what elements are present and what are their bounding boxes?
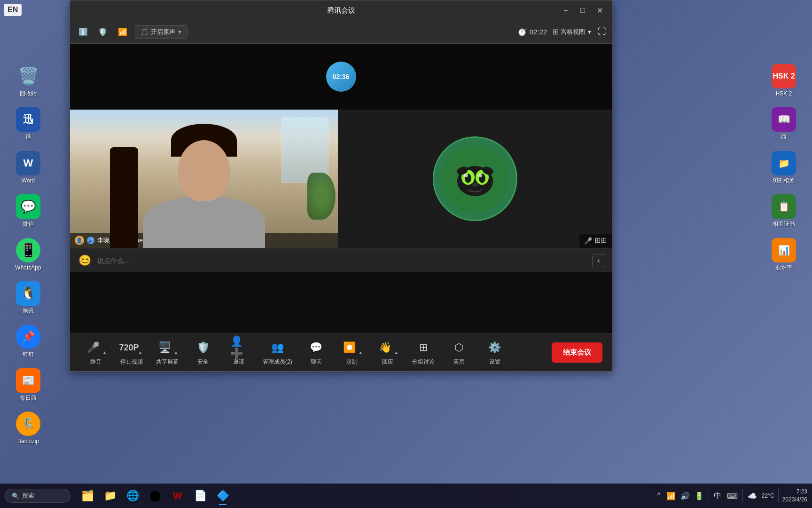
desktop-icon-bandizip[interactable]: 🗜️ Bandizip (7, 409, 49, 447)
record-label: 录制 (346, 358, 358, 366)
chat-tool-icon: 💬 (308, 339, 325, 356)
security-tool[interactable]: 🛡️ 安全 (187, 336, 219, 369)
desktop-icon-tencent[interactable]: 🐧 腾讯 (7, 278, 49, 317)
file-explorer-icon: 🗂️ (81, 490, 94, 502)
taskbar-wps[interactable]: W (167, 485, 188, 506)
desktop-icon-xunlei[interactable]: 迅 迅 (7, 104, 49, 143)
video-tool-icon: 720P (121, 339, 138, 356)
video-arrow[interactable]: ▲ (138, 350, 143, 355)
emoji-button[interactable]: 😊 (77, 253, 93, 269)
react-label: 回应 (382, 358, 393, 366)
chat-expand-button[interactable]: ‹ (592, 254, 605, 267)
close-button[interactable]: ✕ (593, 4, 606, 17)
desktop-icon-level[interactable]: 📊 业水平 (763, 235, 805, 274)
battery-icon[interactable]: 🔋 (694, 491, 705, 501)
members-tool[interactable]: 👥 管理成员(2) (258, 336, 297, 369)
desktop-icon-class9[interactable]: 📁 9班 相关 (763, 148, 805, 187)
group-label: 分组讨论 (412, 358, 435, 366)
mic-label: 静音 (90, 358, 102, 366)
chat-label: 聊天 (311, 358, 322, 366)
desktop-icon-whatsapp[interactable]: 📱 WhatsApp (7, 235, 49, 274)
invite-tool[interactable]: 👤➕ 邀请 (222, 336, 255, 369)
apps-tool[interactable]: ⬡ 应用 (443, 336, 476, 369)
bottom-tools-left: 🎤 ▲ 静音 720P ▲ 停止视频 🖥️ (79, 336, 511, 369)
timer-bubble: 02:36 (326, 62, 356, 92)
video-panels: 👤 🎤 李晓雪LIXiaoxue (70, 110, 612, 248)
share-arrow[interactable]: ▲ (174, 350, 179, 355)
chat-bar: 😊 ‹ (70, 248, 612, 272)
mic-arrow[interactable]: ▲ (102, 350, 107, 355)
taskbar-clock[interactable]: 7:23 2023/4/26 (782, 488, 807, 504)
invite-label: 邀请 (233, 358, 244, 366)
fullscreen-button[interactable]: ⛶ (598, 27, 606, 37)
desktop-icon-xi[interactable]: 📖 西 (763, 104, 805, 143)
group-tool-icon: ⊞ (415, 339, 432, 356)
members-tool-icon: 👥 (269, 339, 286, 356)
desktop-icon-cert[interactable]: 📋 相关证书 (763, 191, 805, 230)
taskbar-pdf[interactable]: 📄 (190, 485, 211, 506)
desktop-icon-word[interactable]: W Word (7, 148, 49, 187)
host-icon: 👤 (75, 236, 84, 245)
system-tray: 📶 🔊 🔋 (665, 491, 705, 501)
network-icon[interactable]: 📶 (665, 491, 677, 501)
meeting-app-icon: 🔷 (217, 490, 229, 502)
taskbar-chrome[interactable]: ⬤ (145, 485, 165, 506)
taskbar-file-explorer[interactable]: 🗂️ (77, 485, 98, 506)
shield-button[interactable]: 🛡️ (95, 24, 110, 40)
folder-icon: 📁 (104, 490, 117, 502)
info-button[interactable]: ℹ️ (76, 24, 91, 40)
timer-value: 02:22 (530, 28, 547, 36)
mic-tool-icon: 🎤 (85, 339, 102, 356)
volume-icon[interactable]: 🔊 (679, 491, 691, 501)
title-bar: 腾讯会议 － □ ✕ (70, 0, 612, 20)
window-controls: － □ ✕ (559, 4, 606, 17)
apps-label: 应用 (453, 358, 465, 366)
timer-display: ⏱️ 02:22 (517, 27, 547, 36)
desktop-icons-left: 🗑️ 回收站 迅 迅 W Word 💬 微信 📱 WhatsApp (0, 0, 56, 508)
svg-point-6 (464, 174, 468, 177)
taskbar-search[interactable]: 🔍 搜索 (5, 489, 70, 503)
chat-input[interactable] (97, 253, 587, 269)
avatar-circle (433, 136, 517, 221)
desktop-icon-recycle[interactable]: 🗑️ 回收站 (7, 61, 49, 100)
taskbar-meeting[interactable]: 🔷 (212, 485, 233, 506)
signal-button[interactable]: 📶 (115, 24, 130, 40)
security-tool-icon: 🛡️ (195, 339, 211, 356)
tray-arrow[interactable]: ^ (656, 491, 662, 501)
taskbar-folder[interactable]: 📁 (100, 485, 120, 506)
taskbar-apps: 🗂️ 📁 🌐 ⬤ W 📄 🔷 (77, 485, 233, 506)
edge-icon: 🌐 (126, 490, 139, 502)
temperature-display: ☁️ (747, 491, 758, 501)
layout-tray[interactable]: ⌨ (726, 491, 739, 501)
mic-tool[interactable]: 🎤 ▲ 静音 (79, 336, 112, 369)
chat-tool[interactable]: 💬 聊天 (300, 336, 333, 369)
settings-tool[interactable]: ⚙️ 设置 (478, 336, 511, 369)
desktop-icon-dingding[interactable]: 📌 钉钉 (7, 322, 49, 360)
share-tool[interactable]: 🖥️ ▲ 共享屏幕 (151, 336, 184, 369)
record-tool[interactable]: ⏺️ ▲ 录制 (336, 336, 368, 369)
ime-tray[interactable]: 中 (713, 490, 722, 502)
bottom-black-area (70, 272, 612, 333)
desktop-icon-hsk[interactable]: HSK 2 HSK 2 (763, 61, 805, 100)
react-tool[interactable]: 👋 ▲ 回应 (371, 336, 404, 369)
record-arrow[interactable]: ▲ (358, 350, 363, 355)
original-sound-button[interactable]: 🎵 开启原声 ▼ (135, 25, 187, 39)
end-meeting-button[interactable]: 结束会议 (552, 342, 602, 363)
video-tool[interactable]: 720P ▲ 停止视频 (115, 336, 148, 369)
name-bar-right: 🎤 田田 (579, 234, 612, 248)
desktop-icon-daily[interactable]: 📰 每日西 (7, 365, 49, 404)
settings-tool-icon: ⚙️ (486, 339, 503, 356)
minimize-button[interactable]: － (559, 4, 572, 17)
desktop-icon-wechat[interactable]: 💬 微信 (7, 191, 49, 230)
group-tool[interactable]: ⊞ 分组讨论 (407, 336, 440, 369)
clock-time: 7:23 (782, 488, 807, 496)
maximize-button[interactable]: □ (576, 4, 589, 17)
react-arrow[interactable]: ▲ (394, 350, 398, 355)
members-label: 管理成员(2) (263, 358, 292, 366)
taskbar-edge[interactable]: 🌐 (122, 485, 143, 506)
grid-view-button[interactable]: ⊞ 宫格视图 ▼ (553, 27, 592, 36)
top-black-bar: 02:36 (70, 44, 612, 110)
bottom-toolbar: 🎤 ▲ 静音 720P ▲ 停止视频 🖥️ (70, 333, 612, 371)
tray-divider (709, 489, 709, 502)
clock-divider (778, 489, 779, 502)
